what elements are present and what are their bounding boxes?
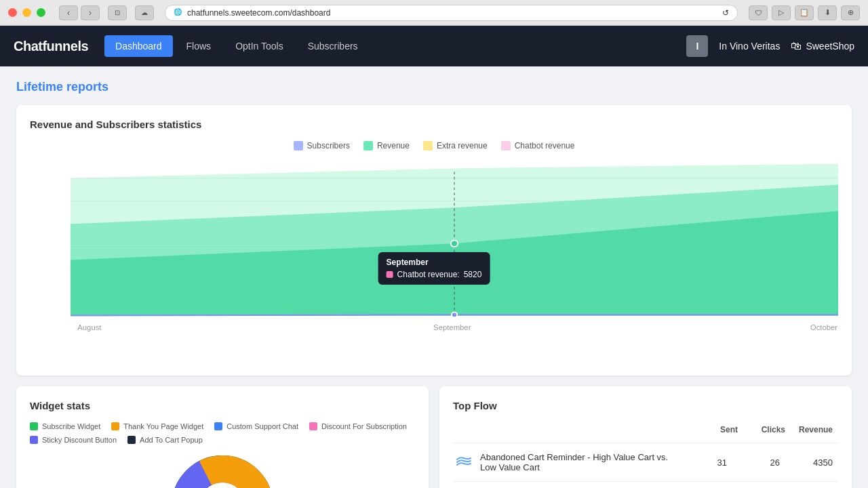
wl-discount: Discount For Subscription <box>309 422 407 430</box>
wl-addcart-label: Add To Cart Popup <box>140 436 203 444</box>
flow-sent-1: 31 <box>685 458 732 468</box>
legend-chatbot-revenue-label: Chatbot revenue <box>515 141 575 150</box>
col-sent: Sent <box>696 422 743 437</box>
wl-sticky-label: Sticky Discount Button <box>42 436 117 444</box>
nav-right: I In Vino Veritas 🛍 SweetShop <box>686 35 854 57</box>
svg-text:September: September <box>433 323 471 331</box>
wl-support-label: Custom Support Chat <box>226 422 298 430</box>
page-title: Lifetime reports <box>16 80 852 94</box>
wl-thankyou-label: Thank You Page Widget <box>123 422 203 430</box>
main-content: Lifetime reports Revenue and Subscribers… <box>0 66 868 488</box>
main-navbar: Chatfunnels Dashboard Flows OptIn Tools … <box>0 26 868 66</box>
legend-subscribers: Subscribers <box>294 141 350 150</box>
ext-5[interactable]: ⊕ <box>841 5 860 20</box>
col-clicks: Clicks <box>743 422 791 437</box>
table-row: Abandoned Cart Reminder - High Value Car… <box>453 443 838 481</box>
store-selector[interactable]: 🛍 SweetShop <box>791 40 854 52</box>
donut-chart-area <box>30 452 415 488</box>
legend-subscribers-label: Subscribers <box>307 141 350 150</box>
widget-legend: Subscribe Widget Thank You Page Widget C… <box>30 422 415 444</box>
mac-max-btn[interactable] <box>37 8 45 17</box>
ext-3[interactable]: 📋 <box>795 5 814 20</box>
nav-subscribers[interactable]: Subscribers <box>297 35 369 57</box>
mac-close-btn[interactable] <box>8 8 17 17</box>
ext-2[interactable]: ▷ <box>772 5 791 20</box>
svg-text:August: August <box>77 323 101 331</box>
wl-support-dot <box>214 422 222 430</box>
wl-thankyou-dot <box>111 422 119 430</box>
legend-revenue-label: Revenue <box>377 141 410 150</box>
revenue-chart-card: Revenue and Subscribers statistics Subsc… <box>16 105 852 375</box>
legend-extra-revenue-dot <box>423 141 433 150</box>
wl-subscribe-dot <box>30 422 38 430</box>
url-bar[interactable]: 🌐 chatfunnels.sweetecom.com/dashboard ↺ <box>165 5 738 21</box>
wl-subscribe: Subscribe Widget <box>30 422 100 430</box>
svg-text:October: October <box>810 323 838 331</box>
wl-subscribe-label: Subscribe Widget <box>42 422 100 430</box>
wl-support: Custom Support Chat <box>214 422 298 430</box>
nav-optin-tools[interactable]: OptIn Tools <box>224 35 294 57</box>
mac-titlebar: ‹ › ⊡ ☁ 🌐 chatfunnels.sweetecom.com/dash… <box>0 0 868 26</box>
flow-icon-1 <box>453 451 475 473</box>
chart-title: Revenue and Subscribers statistics <box>30 119 838 130</box>
table-row: Abandoned Cart Reminder - Discount 28 18… <box>453 481 838 488</box>
top-flow-card: Top Flow Sent Clicks Revenue Abandoned C… <box>439 386 852 488</box>
flow-table-header: Sent Clicks Revenue <box>453 422 838 437</box>
col-revenue: Revenue <box>791 422 838 437</box>
ssl-icon: 🌐 <box>174 8 183 18</box>
wl-addcart-dot <box>127 436 136 444</box>
store-name-label: SweetShop <box>806 41 854 52</box>
flow-name-1: Abandoned Cart Reminder - High Value Car… <box>480 452 679 472</box>
legend-chatbot-revenue: Chatbot revenue <box>501 141 575 150</box>
widget-stats-card: Widget stats Subscribe Widget Thank You … <box>16 386 429 488</box>
hover-dot-subscribers <box>452 312 457 318</box>
legend-chatbot-revenue-dot <box>501 141 511 150</box>
wl-sticky: Sticky Discount Button <box>30 436 117 444</box>
url-text: chatfunnels.sweetecom.com/dashboard <box>187 8 330 18</box>
nav-dashboard[interactable]: Dashboard <box>104 35 173 57</box>
refresh-icon[interactable]: ↺ <box>722 8 729 18</box>
legend-extra-revenue: Extra revenue <box>423 141 488 150</box>
ext-1[interactable]: 🛡 <box>749 5 768 20</box>
browser-extensions: 🛡 ▷ 📋 ⬇ ⊕ <box>749 5 860 20</box>
legend-revenue: Revenue <box>363 141 410 150</box>
nav-flows[interactable]: Flows <box>176 35 222 57</box>
user-avatar[interactable]: I <box>686 35 708 57</box>
brand-logo: Chatfunnels <box>14 39 88 54</box>
legend-revenue-dot <box>363 141 373 150</box>
user-name-label: In Vino Veritas <box>719 41 780 52</box>
tab-button[interactable]: ⊡ <box>108 5 127 20</box>
wl-sticky-dot <box>30 436 38 444</box>
wl-discount-label: Discount For Subscription <box>321 422 407 430</box>
cloud-button[interactable]: ☁ <box>135 5 154 20</box>
top-flow-title: Top Flow <box>453 400 838 411</box>
donut-svg <box>168 452 277 488</box>
forward-button[interactable]: › <box>81 5 100 20</box>
legend-extra-revenue-label: Extra revenue <box>437 141 488 150</box>
ext-4[interactable]: ⬇ <box>818 5 837 20</box>
wl-thankyou: Thank You Page Widget <box>111 422 203 430</box>
wl-discount-dot <box>309 422 317 430</box>
store-icon: 🛍 <box>791 40 802 52</box>
flow-clicks-1: 26 <box>738 458 785 468</box>
mac-min-btn[interactable] <box>22 8 31 17</box>
chart-svg: 0 2000 4000 6000 8000 10000 12000 <box>71 159 838 342</box>
back-button[interactable]: ‹ <box>59 5 78 20</box>
chart-legend: Subscribers Revenue Extra revenue Chatbo… <box>30 141 838 150</box>
chart-area: 0 2000 4000 6000 8000 10000 12000 <box>30 159 838 362</box>
hover-dot <box>451 241 458 247</box>
widget-stats-title: Widget stats <box>30 400 415 411</box>
legend-subscribers-dot <box>294 141 303 150</box>
bottom-row: Widget stats Subscribe Widget Thank You … <box>16 386 852 488</box>
nav-items: Dashboard Flows OptIn Tools Subscribers <box>104 35 686 57</box>
wl-addcart: Add To Cart Popup <box>127 436 203 444</box>
flow-revenue-1: 4350 <box>791 458 838 468</box>
